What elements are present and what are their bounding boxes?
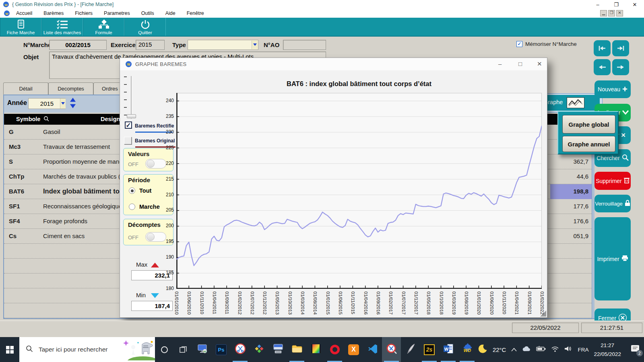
temperature[interactable]: 22°C [493,346,506,353]
window-close-button[interactable]: ✕ [625,2,644,8]
taskbar-xampp-icon[interactable]: X [344,337,363,362]
menu-item-fentre[interactable]: Fenêtre [181,9,210,18]
taskbar-file-explorer-icon[interactable] [287,337,306,362]
taskbar-2s-app-icon[interactable]: 2s [420,337,439,362]
taskbar-snip-sketch-icon[interactable] [382,337,401,362]
taskbar-photo-viewer-icon[interactable] [306,337,325,362]
taskbar-photoshop-icon[interactable]: Ps [212,337,231,362]
memoriser-checkbox[interactable]: ✓ Mémoriser N°Marche [516,41,577,47]
taskbar-windev-icon[interactable]: WD [458,337,477,362]
taskbar-opera-icon[interactable] [325,337,344,362]
baremes-original-checkbox[interactable] [124,137,132,144]
menu-item-barmes[interactable]: Barèmes [38,9,69,18]
exercice-label: Exercice [111,41,136,48]
wifi-icon[interactable] [551,346,559,354]
dialog-minimize-button[interactable]: – [498,60,502,67]
row-designation: Ciment en sacs [43,232,85,239]
taskbar-vscode-icon[interactable] [363,337,382,362]
graphe-global-button[interactable]: Graphe global [562,115,615,134]
mdi-restore-button[interactable]: ❐ [608,10,615,16]
mdi-minimize-button[interactable]: ▁ [600,10,607,16]
chevron-up-icon[interactable] [511,346,517,353]
screen-keyboard-icon [272,343,284,356]
radio-marche-label[interactable]: Marche [139,204,160,210]
type-dropdown[interactable] [188,40,258,50]
volume-icon[interactable] [564,346,572,354]
menu-item-fichiers[interactable]: Fichiers [69,9,98,18]
y-axis-label: 220 [160,160,174,166]
language-indicator[interactable]: FRA [578,347,588,353]
task-view-button[interactable] [174,337,193,362]
baremes-rectifie-checkbox[interactable]: ✓ [125,121,132,129]
previous-record-button[interactable] [594,59,611,75]
dialog-maximize-button[interactable]: □ [518,60,522,67]
svg-text:W: W [127,62,130,66]
onedrive-cloud-icon[interactable] [522,346,531,353]
x-axis-label: 01/11/2015 [350,292,355,318]
search-box[interactable]: Taper ici pour rechercher [19,337,155,362]
exercice-field[interactable]: 2015 [136,40,165,50]
radio-tout[interactable] [129,187,135,194]
window-minimize-button[interactable]: – [588,2,607,8]
start-button[interactable] [0,337,19,362]
toolbar-button-fiche-marche[interactable]: Fiche Marche [0,18,41,36]
y-axis-label: 240 [160,98,174,103]
taskbar-diamond-versioning-icon[interactable] [250,337,268,362]
zoom-slider-thumb[interactable] [127,114,136,118]
menu-item-parametres[interactable]: Parametres [98,9,136,18]
cortana-button[interactable] [155,337,174,362]
num-marche-field[interactable]: 002/2015 [49,40,107,50]
graphe-annuel-button[interactable]: Graphe annuel [562,136,615,152]
taskbar-word-icon[interactable]: W [439,337,458,362]
decomptes-title: Décomptes [128,221,161,228]
chevron-down-icon[interactable] [252,41,258,49]
snip-sketch-icon [386,343,397,356]
window-maximize-button[interactable]: ❐ [607,2,625,8]
zoom-slider-track[interactable] [131,76,132,119]
y-axis-label: 190 [160,254,174,260]
x-axis-label: 01/03/2019 [451,292,456,318]
tab-decomptes[interactable]: Decomptes [48,82,93,95]
taskbar-quill-pen-icon[interactable] [401,337,420,362]
min-field[interactable]: 187,4 [131,301,173,311]
dialog-close-button[interactable]: ✕ [537,60,542,68]
taskbar-snipping-tool-icon[interactable] [231,337,250,362]
toolbar-button-formule[interactable]: Formule [83,18,124,36]
x-axis-label: 01/12/2012 [262,292,267,318]
dialog-titlebar[interactable]: W GRAPHE BAREMES – □ ✕ [120,58,547,70]
next-record-button[interactable] [612,59,629,75]
taskbar-screen-keyboard-icon[interactable] [268,337,287,362]
x-axis-label: 01/05/2018 [426,292,431,318]
night-mode-icon[interactable] [478,344,487,355]
clock[interactable]: 21:2722/05/2022 [594,341,621,358]
taskbar-remote-desktop-icon[interactable]: xc [193,337,212,362]
radio-marche[interactable] [129,204,135,210]
tab-detail[interactable]: Détail [3,82,48,95]
x-axis-label: 01/01/2015 [325,292,330,318]
notifications-button[interactable]: 2 [630,344,640,355]
row-symbol: SF1 [9,203,20,210]
toolbar-button-liste-des-marches[interactable]: Liste des marches [41,18,83,36]
toolbar-button-quitter[interactable]: Quitter [124,18,166,36]
nao-field[interactable] [283,40,326,50]
annee-spinner-down-icon[interactable] [70,103,76,111]
battery-icon[interactable] [536,346,546,353]
imprimer-button[interactable]: Imprimer [594,217,631,300]
menu-item-aide[interactable]: Aide [160,9,181,18]
verrouillage-button[interactable]: Verrouillage [594,195,631,212]
menu-item-outils[interactable]: Outils [136,9,160,18]
periode-title: Période [128,177,150,183]
column-symbole[interactable]: Symbole [16,116,40,122]
status-date: 22/05/2022 [512,323,579,333]
nouveau-button[interactable]: Nouveau+ [594,80,631,98]
chevron-down-icon[interactable] [60,99,66,109]
photo-viewer-icon [310,343,322,356]
mdi-close-button[interactable]: ✕ [616,10,623,16]
row-symbol: ChTp [9,173,24,180]
first-record-button[interactable] [594,40,611,56]
last-record-button[interactable] [612,40,629,56]
supprimer-button[interactable]: Supprimer [594,172,631,190]
radio-tout-label[interactable]: Tout [139,187,151,194]
menu-item-accueil[interactable]: Accueil [10,9,38,18]
row-value: 362,7 [550,154,592,169]
